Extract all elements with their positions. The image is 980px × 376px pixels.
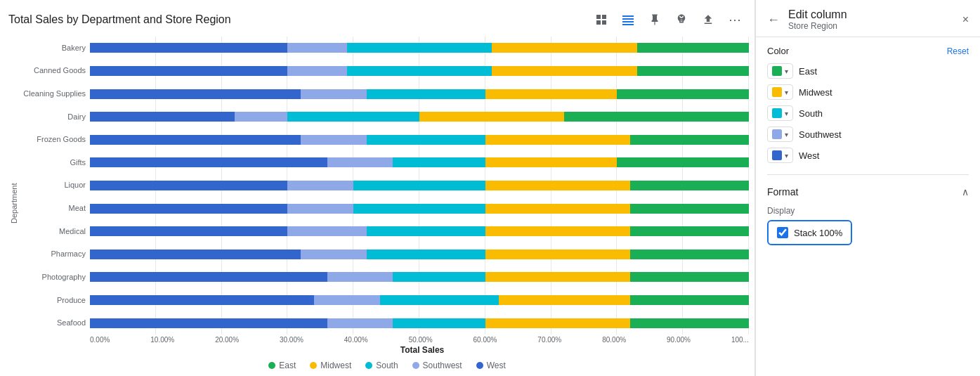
color-row-east: ▾ East — [767, 63, 969, 79]
toolbar: ⋯ — [590, 8, 746, 31]
bar-cleaning — [90, 89, 749, 99]
x-tick-4: 40.00% — [344, 336, 368, 344]
divider — [767, 174, 969, 175]
legend-item-southwest: Southwest — [412, 361, 462, 370]
chart-area: Department Bakery Canned Goods Cleaning … — [8, 37, 754, 370]
legend-dot-midwest — [310, 362, 317, 369]
svg-rect-7 — [622, 24, 634, 25]
bar-bakery — [90, 43, 749, 53]
chevron-down-icon: ▾ — [785, 131, 788, 138]
y-axis-label: Department — [8, 37, 20, 370]
x-tick-5: 50.00% — [409, 336, 433, 344]
svg-rect-5 — [622, 18, 634, 20]
table-row — [90, 65, 749, 77]
format-header[interactable]: Format ∧ — [767, 183, 969, 200]
close-button[interactable]: × — [960, 11, 972, 29]
export-btn[interactable] — [697, 8, 719, 31]
table-row — [90, 134, 749, 146]
color-swatch-midwest-btn[interactable]: ▾ — [767, 84, 793, 100]
x-axis: 0.00% 10.00% 20.00% 30.00% 40.00% 50.00%… — [90, 336, 754, 344]
color-name-south: South — [799, 108, 823, 119]
dept-label-7: Meat — [20, 205, 86, 212]
svg-rect-1 — [602, 15, 606, 19]
bar-produce — [90, 295, 749, 305]
color-swatch-west-btn[interactable]: ▾ — [767, 148, 793, 163]
x-tick-8: 80.00% — [602, 336, 626, 344]
x-tick-1: 10.00% — [150, 336, 174, 344]
color-swatch-west — [772, 150, 782, 160]
table-row — [90, 156, 749, 169]
stack100-checkbox[interactable] — [777, 227, 788, 238]
color-section-header: Color Reset — [767, 46, 969, 56]
dept-label-4: Frozen Goods — [20, 136, 86, 143]
bar-liquor — [90, 181, 749, 190]
color-swatch-southwest-btn[interactable]: ▾ — [767, 127, 793, 142]
table-view-btn[interactable] — [590, 8, 613, 31]
legend-dot-east — [268, 362, 275, 369]
color-swatch-south-btn[interactable]: ▾ — [767, 105, 793, 121]
x-tick-6: 60.00% — [473, 336, 497, 344]
header-row: Total Sales by Department and Store Regi… — [8, 8, 754, 31]
x-axis-title: Total Sales — [90, 345, 754, 355]
color-rows: ▾ East ▾ Midwest ▾ South — [767, 63, 969, 163]
legend-dot-south — [365, 362, 372, 369]
display-label: Display — [767, 206, 969, 216]
table-row — [90, 88, 749, 101]
bar-photography — [90, 272, 749, 282]
x-tick-7: 70.00% — [537, 336, 561, 344]
bar-medical — [90, 226, 749, 236]
bar-frozen — [90, 135, 749, 145]
bar-meat — [90, 204, 749, 214]
table-row — [90, 179, 749, 192]
svg-rect-6 — [622, 21, 634, 22]
bar-canned — [90, 66, 749, 76]
table-row — [90, 225, 749, 238]
svg-rect-4 — [622, 15, 634, 17]
more-options-btn[interactable]: ⋯ — [724, 8, 746, 31]
stack100-checkbox-row: Stack 100% — [767, 220, 852, 245]
color-name-east: East — [799, 66, 817, 77]
legend-item-midwest: Midwest — [310, 361, 351, 370]
bar-labels: Bakery Canned Goods Cleaning Supplies Da… — [20, 37, 90, 335]
color-name-west: West — [799, 150, 819, 161]
legend-item-east: East — [268, 361, 296, 370]
svg-rect-0 — [596, 15, 601, 19]
color-swatch-midwest — [772, 87, 782, 97]
x-tick-10: 100... — [731, 336, 749, 344]
reset-button[interactable]: Reset — [947, 46, 969, 56]
table-row — [90, 271, 749, 283]
dept-label-12: Seafood — [20, 319, 86, 327]
color-row-south: ▾ South — [767, 105, 969, 121]
chevron-down-icon: ▾ — [785, 67, 788, 75]
table-row — [90, 41, 749, 54]
chart-inner: Bakery Canned Goods Cleaning Supplies Da… — [20, 37, 754, 370]
color-swatch-south — [772, 108, 782, 118]
svg-rect-2 — [596, 20, 601, 25]
legend-label-west: West — [487, 361, 506, 370]
insight-btn[interactable] — [670, 8, 693, 31]
legend-item-west: West — [476, 361, 506, 370]
grid-view-btn[interactable] — [617, 8, 639, 31]
color-swatch-east-btn[interactable]: ▾ — [767, 63, 793, 79]
chevron-down-icon: ▾ — [785, 89, 788, 96]
legend-dot-southwest — [412, 362, 419, 369]
table-row — [90, 110, 749, 123]
legend: East Midwest South Southwest West — [20, 361, 754, 370]
seg-midwest — [492, 43, 636, 53]
pin-btn[interactable] — [643, 8, 666, 31]
dept-label-10: Photography — [20, 273, 86, 281]
bar-pharmacy — [90, 249, 749, 259]
seg-south — [347, 43, 492, 53]
legend-item-south: South — [365, 361, 398, 370]
right-panel: ← Edit column Store Region × Color Reset… — [755, 0, 980, 376]
svg-rect-3 — [602, 20, 606, 25]
table-row — [90, 317, 749, 330]
color-swatch-east — [772, 66, 782, 76]
color-row-midwest: ▾ Midwest — [767, 84, 969, 100]
color-name-southwest: Southwest — [799, 129, 842, 140]
dept-label-2: Cleaning Supplies — [20, 90, 86, 98]
back-button[interactable]: ← — [764, 11, 783, 29]
seg-sw — [287, 43, 346, 53]
color-section-title: Color — [767, 46, 789, 56]
dept-label-9: Pharmacy — [20, 250, 86, 258]
